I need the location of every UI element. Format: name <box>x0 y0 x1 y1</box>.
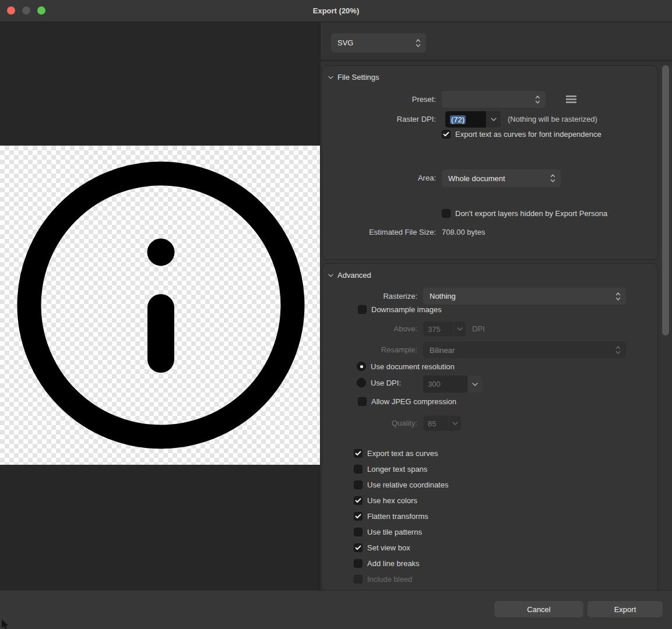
checkbox-dont-export-hidden-layers[interactable]: Don't export layers hidden by Export Per… <box>442 209 607 218</box>
chevron-down-icon <box>452 422 458 425</box>
panel-scrollbar-thumb[interactable] <box>662 65 669 335</box>
checkbox-label: Use tile patterns <box>367 528 422 536</box>
radio-label: Use document resolution <box>371 362 455 371</box>
quality-combo: 85 <box>423 416 461 431</box>
chevron-down-icon <box>328 274 333 277</box>
raster-dpi-input[interactable]: (72) <box>445 111 486 128</box>
checkmark-icon <box>355 451 361 456</box>
checkbox-longer-text-spans[interactable]: Longer text spans <box>354 465 427 473</box>
checkbox-box[interactable] <box>354 496 363 505</box>
stepper-icon <box>550 174 555 183</box>
chevron-down-icon <box>472 383 478 386</box>
checkbox-label: Use relative coordinates <box>367 480 448 489</box>
checkbox-label: Longer text spans <box>367 465 427 473</box>
use-dpi-combo[interactable]: 300 <box>423 376 482 393</box>
file-settings-title: File Settings <box>337 73 379 82</box>
checkbox-export-text-as-curves[interactable]: Export text as curves <box>354 449 438 458</box>
quality-input: 85 <box>423 416 449 431</box>
checkbox-downsample-images[interactable]: Downsample images <box>358 305 442 314</box>
checkbox-box[interactable] <box>354 480 363 489</box>
above-dpi-combo: 375 <box>423 321 466 337</box>
area-select-value: Whole document <box>448 174 505 183</box>
format-select-value: SVG <box>337 38 353 47</box>
preset-select[interactable] <box>442 91 546 108</box>
raster-dpi-note: (Nothing will be rasterized) <box>508 115 597 123</box>
checkbox-use-relative-coordinates[interactable]: Use relative coordinates <box>354 480 448 489</box>
raster-dpi-combo[interactable]: (72) <box>445 111 501 128</box>
checkbox-box[interactable] <box>358 305 367 314</box>
above-label: Above: <box>322 324 417 333</box>
rasterize-label: Rasterize: <box>322 292 417 301</box>
export-button[interactable]: Export <box>587 601 663 617</box>
rasterize-select[interactable]: Nothing <box>423 288 626 305</box>
chevron-down-icon <box>457 327 463 331</box>
checkbox-label: Set view box <box>367 543 410 552</box>
checkbox-label: Add line breaks <box>367 559 420 568</box>
raster-dpi-value: (72) <box>450 115 466 124</box>
resample-label: Resample: <box>322 345 417 354</box>
checkbox-label: Downsample images <box>371 305 442 314</box>
cancel-button[interactable]: Cancel <box>494 601 583 617</box>
checkbox-label: Flatten transforms <box>367 512 428 521</box>
checkmark-icon <box>355 514 361 519</box>
checkbox-box[interactable] <box>354 528 363 536</box>
advanced-title: Advanced <box>337 271 371 280</box>
checkbox-box[interactable] <box>442 130 451 139</box>
advanced-group: Advanced Rasterize: Nothing Downsample i… <box>322 263 658 590</box>
file-settings-group: File Settings Preset: Raster DPI: (72) (… <box>322 65 658 260</box>
checkmark-icon <box>355 498 361 503</box>
advanced-header[interactable]: Advanced <box>328 271 371 280</box>
checkbox-box[interactable] <box>442 209 451 218</box>
checkbox-flatten-transforms[interactable]: Flatten transforms <box>354 512 428 521</box>
window-titlebar: Export (20%) <box>0 0 672 22</box>
rasterize-select-value: Nothing <box>430 292 456 301</box>
panel-separator <box>320 60 672 61</box>
checkbox-label: Don't export layers hidden by Export Per… <box>455 209 607 218</box>
checkbox-label: Include bleed <box>367 575 412 584</box>
above-dpi-dropdown-button <box>454 321 466 337</box>
radio-button[interactable] <box>357 378 366 387</box>
checkbox-box[interactable] <box>354 449 363 458</box>
checkbox-include-bleed: Include bleed <box>354 575 412 584</box>
use-dpi-dropdown-button[interactable] <box>468 376 482 393</box>
radio-use-document-resolution[interactable]: Use document resolution <box>357 362 455 371</box>
checkbox-box[interactable] <box>358 397 367 406</box>
checkbox-label: Export text as curves for font independe… <box>455 130 601 139</box>
checkbox-set-view-box[interactable]: Set view box <box>354 543 410 552</box>
dialog-footer: Cancel Export <box>0 590 672 629</box>
file-settings-header[interactable]: File Settings <box>328 73 379 82</box>
checkbox-export-text-curves-font[interactable]: Export text as curves for font independe… <box>442 130 601 139</box>
above-dpi-input: 375 <box>423 321 453 337</box>
resample-select-value: Bilinear <box>430 346 455 355</box>
raster-dpi-label: Raster DPI: <box>322 115 436 123</box>
transparency-checkerboard <box>0 146 320 465</box>
format-select[interactable]: SVG <box>331 33 426 52</box>
quality-label: Quality: <box>322 419 417 427</box>
checkbox-box[interactable] <box>354 543 363 552</box>
raster-dpi-dropdown-button[interactable] <box>487 111 501 128</box>
area-select[interactable]: Whole document <box>442 169 561 187</box>
area-label: Area: <box>322 174 436 182</box>
checkbox-use-tile-patterns[interactable]: Use tile patterns <box>354 528 422 536</box>
checkbox-add-line-breaks[interactable]: Add line breaks <box>354 559 420 568</box>
above-dpi-suffix: DPI <box>472 324 485 333</box>
stepper-icon <box>615 345 621 355</box>
checkbox-box[interactable] <box>354 465 363 473</box>
resample-select: Bilinear <box>423 342 626 358</box>
stepper-icon <box>615 292 621 301</box>
radio-label: Use DPI: <box>371 379 401 387</box>
radio-use-dpi[interactable]: Use DPI: <box>357 378 401 387</box>
checkbox-box[interactable] <box>354 512 363 521</box>
radio-button[interactable] <box>357 362 366 371</box>
stepper-icon <box>535 95 540 104</box>
preset-menu-button[interactable] <box>564 93 579 105</box>
use-dpi-input[interactable]: 300 <box>423 376 467 393</box>
hamburger-icon <box>566 96 576 103</box>
checkbox-allow-jpeg-compression[interactable]: Allow JPEG compression <box>358 397 456 406</box>
checkbox-label: Export text as curves <box>367 449 438 458</box>
use-dpi-value: 300 <box>428 380 441 388</box>
checkbox-box[interactable] <box>354 559 363 568</box>
checkbox-use-hex-colors[interactable]: Use hex colors <box>354 496 417 505</box>
window-title: Export (20%) <box>0 6 672 15</box>
info-circle-icon <box>0 146 320 465</box>
